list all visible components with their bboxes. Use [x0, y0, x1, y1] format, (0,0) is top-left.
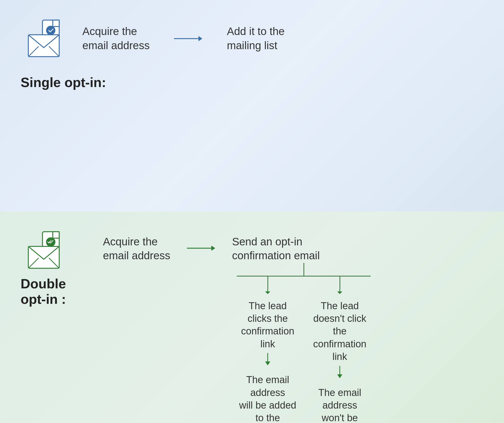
branch-right: The lead doesn't click the confirmation …	[309, 277, 371, 423]
double-optin-title: Double opt-in :	[21, 276, 88, 307]
svg-rect-1	[53, 20, 59, 27]
branch-right-label: The lead doesn't click the confirmation …	[309, 300, 371, 363]
svg-marker-12	[211, 246, 215, 251]
arrow-down-left-outcome	[264, 353, 272, 366]
single-step2-label: Add it to the mailing list	[227, 24, 289, 53]
single-arrow	[173, 33, 204, 44]
vertical-line-top	[303, 263, 304, 276]
outcome-left-label: The email address will be added to the m…	[237, 374, 299, 423]
svg-marker-16	[265, 361, 270, 365]
branch-left-label: The lead clicks the confirmation link	[237, 300, 299, 351]
arrow-down-left	[264, 289, 272, 295]
double-arrow1	[186, 243, 216, 254]
double-step1-label: Acquire the email address	[103, 235, 170, 263]
arrow-down-right-outcome	[336, 366, 344, 379]
arrow-down-right	[336, 289, 344, 295]
branch-container: The lead clicks the confirmation link Th…	[237, 276, 371, 423]
single-flow-row: Acquire the email address Add it to the …	[21, 15, 483, 62]
svg-marker-20	[337, 374, 342, 378]
double-optin-icon	[21, 227, 67, 273]
double-step2-label: Send an opt-in confirmation email	[232, 235, 320, 263]
svg-marker-14	[265, 291, 270, 294]
branch-left: The lead clicks the confirmation link Th…	[237, 277, 299, 423]
single-optin-section: Acquire the email address Add it to the …	[0, 0, 504, 212]
svg-marker-5	[198, 36, 202, 41]
svg-marker-18	[337, 291, 342, 294]
single-optin-title: Single opt-in:	[21, 75, 483, 90]
svg-point-3	[46, 26, 55, 35]
single-optin-icon	[21, 15, 67, 62]
outcome-right-label: The email address won't be added to the …	[309, 386, 371, 423]
single-step1-label: Acquire the email address	[82, 24, 150, 53]
double-optin-section: Double opt-in : Acquire the email addres…	[0, 212, 504, 423]
svg-rect-7	[53, 232, 59, 238]
